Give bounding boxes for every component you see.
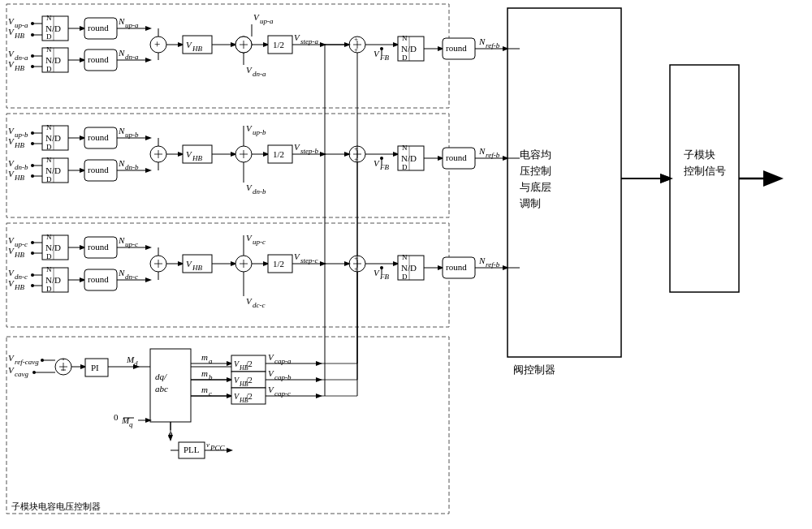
- svg-point-92: [31, 174, 34, 178]
- svg-text:up-b: up-b: [253, 128, 266, 136]
- svg-text:子模块电容电压控制器: 子模块电容电压控制器: [11, 501, 101, 511]
- svg-text:round: round: [446, 262, 467, 272]
- svg-text:round: round: [88, 23, 109, 32]
- svg-point-132: [31, 241, 34, 244]
- svg-text:round: round: [88, 242, 109, 252]
- svg-text:N: N: [46, 14, 52, 22]
- svg-text:/2: /2: [246, 359, 253, 368]
- svg-text:dn-b: dn-b: [253, 187, 266, 196]
- svg-text:调制: 调制: [520, 197, 541, 209]
- svg-text:N/D: N/D: [45, 133, 61, 143]
- svg-text:HB: HB: [14, 141, 24, 149]
- svg-text:HB: HB: [192, 45, 202, 53]
- svg-point-294: [380, 266, 383, 269]
- svg-text:cap-c: cap-c: [274, 389, 291, 398]
- svg-point-198: [32, 371, 36, 374]
- svg-text:dn-a: dn-a: [253, 70, 266, 78]
- svg-text:round: round: [88, 54, 109, 64]
- svg-text:与底层: 与底层: [520, 181, 551, 193]
- svg-text:N: N: [402, 253, 408, 261]
- svg-text:D: D: [402, 54, 408, 62]
- svg-text:m: m: [201, 385, 208, 394]
- svg-text:up-c: up-c: [15, 240, 28, 248]
- svg-text:D: D: [46, 32, 52, 41]
- svg-text:N: N: [118, 268, 125, 277]
- svg-text:子模块: 子模块: [684, 148, 715, 161]
- svg-text:round: round: [88, 132, 109, 142]
- svg-text:ref-b: ref-b: [486, 41, 500, 49]
- svg-text:a: a: [209, 357, 213, 365]
- svg-text:HB: HB: [192, 154, 202, 162]
- svg-text:电容均: 电容均: [520, 148, 551, 161]
- svg-text:dn-b: dn-b: [15, 163, 28, 171]
- svg-text:/2: /2: [246, 392, 253, 401]
- svg-text:round: round: [88, 274, 109, 284]
- svg-text:N: N: [46, 265, 52, 273]
- svg-point-194: [41, 359, 44, 362]
- svg-text:PLL: PLL: [184, 445, 200, 454]
- svg-text:/2: /2: [246, 376, 253, 385]
- svg-text:N/D: N/D: [401, 44, 417, 54]
- svg-text:HB: HB: [14, 32, 24, 40]
- svg-text:1/2: 1/2: [273, 40, 284, 49]
- svg-text:0: 0: [114, 412, 119, 422]
- svg-text:N/D: N/D: [401, 263, 417, 273]
- svg-text:N: N: [46, 156, 52, 164]
- svg-text:PCC: PCC: [209, 444, 226, 452]
- svg-text:HB: HB: [14, 64, 24, 72]
- svg-point-88: [31, 164, 34, 167]
- svg-text:dn-b: dn-b: [125, 163, 139, 171]
- svg-text:HB: HB: [192, 264, 202, 272]
- svg-text:阀控制器: 阀控制器: [513, 363, 555, 376]
- svg-text:N/D: N/D: [45, 243, 61, 252]
- svg-text:N: N: [46, 233, 52, 241]
- svg-text:1/2: 1/2: [273, 259, 284, 269]
- diagram-container: V up-a V HB N/D N D round N up-a V dn-a …: [0, 0, 812, 529]
- svg-text:m: m: [201, 352, 208, 362]
- svg-text:round: round: [446, 153, 467, 162]
- svg-text:FB: FB: [379, 54, 389, 62]
- svg-text:up-c: up-c: [125, 240, 138, 248]
- svg-text:D: D: [46, 175, 52, 183]
- svg-text:+: +: [154, 38, 160, 50]
- svg-text:step-b: step-b: [300, 147, 318, 155]
- svg-text:q: q: [129, 420, 133, 428]
- svg-text:D: D: [46, 285, 52, 293]
- svg-text:HB: HB: [14, 283, 24, 291]
- svg-text:dn-a: dn-a: [125, 53, 139, 61]
- svg-text:cavg: cavg: [15, 370, 28, 378]
- svg-point-136: [31, 252, 34, 255]
- svg-text:v: v: [206, 441, 209, 449]
- svg-text:dn-a: dn-a: [15, 54, 28, 62]
- svg-text:HB: HB: [14, 174, 24, 182]
- svg-text:N: N: [118, 158, 125, 168]
- svg-point-5: [31, 22, 34, 25]
- svg-text:up-a: up-a: [15, 21, 28, 29]
- svg-text:dq/: dq/: [155, 372, 167, 381]
- svg-text:ref-b: ref-b: [486, 151, 500, 159]
- svg-text:N: N: [46, 45, 52, 54]
- svg-text:ref-cavg: ref-cavg: [15, 358, 39, 366]
- svg-text:D: D: [46, 143, 52, 151]
- svg-text:N: N: [478, 256, 486, 265]
- svg-text:控制信号: 控制信号: [684, 165, 726, 177]
- svg-point-27: [31, 65, 34, 68]
- svg-text:round: round: [88, 165, 109, 174]
- svg-point-150: [31, 273, 34, 277]
- svg-text:d: d: [134, 359, 138, 368]
- svg-point-271: [380, 157, 383, 160]
- svg-text:1/2: 1/2: [273, 149, 284, 159]
- svg-point-154: [31, 284, 34, 287]
- svg-text:round: round: [446, 43, 467, 53]
- svg-text:cap-b: cap-b: [274, 373, 292, 381]
- svg-text:FB: FB: [379, 273, 389, 281]
- svg-text:step-a: step-a: [300, 37, 318, 45]
- svg-text:up-b: up-b: [125, 131, 139, 139]
- svg-point-23: [31, 54, 34, 58]
- svg-text:up-b: up-b: [15, 131, 28, 139]
- svg-text:D: D: [402, 273, 408, 281]
- svg-text:N/D: N/D: [45, 275, 61, 285]
- svg-text:N: N: [402, 34, 408, 42]
- svg-text:N: N: [402, 144, 408, 152]
- svg-text:dc-c: dc-c: [253, 301, 266, 309]
